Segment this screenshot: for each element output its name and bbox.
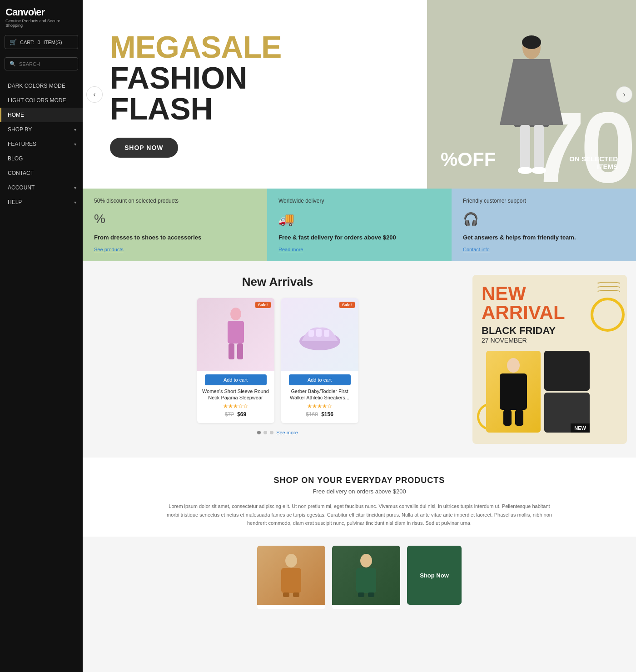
read-more-link[interactable]: Read more bbox=[278, 247, 440, 252]
big-circle-deco bbox=[591, 298, 625, 332]
promo-strip-support: Friendly customer support 🎧 Get answers … bbox=[452, 189, 636, 261]
hero-title-fashion: FASHION bbox=[110, 62, 247, 93]
svg-rect-21 bbox=[281, 568, 301, 593]
sidebar-nav: DARK COLORS MODE LIGHT COLORS MODE HOME … bbox=[0, 79, 83, 209]
sidebar: Canvo\er Genuine Products and Secure Sho… bbox=[0, 0, 83, 672]
search-box[interactable]: 🔍 bbox=[5, 57, 78, 70]
svg-rect-15 bbox=[324, 330, 329, 337]
new-badge: NEW bbox=[571, 423, 590, 433]
promo-title-2: Worldwide delivery bbox=[278, 198, 440, 204]
product-name-1: Women's Short Sleeve Round Neck Pajama S… bbox=[197, 388, 274, 401]
product-name-2: Gerber Baby/Toddler First Walker Athleti… bbox=[281, 388, 358, 401]
bottom-product-img-1 bbox=[257, 546, 325, 605]
bottom-product-figure-1 bbox=[273, 553, 309, 598]
shop-subtitle: Free delivery on orders above $200 bbox=[92, 488, 627, 495]
new-arrival-promo: NEW ARRIVAL BLACK FRIDAY 27 NOVEMBER bbox=[472, 275, 627, 444]
bottom-green-label: Shop Now bbox=[420, 572, 449, 579]
sidebar-item-light-colors[interactable]: LIGHT COLORS MODE bbox=[0, 93, 83, 108]
sidebar-item-contact[interactable]: CONTACT bbox=[0, 166, 83, 180]
svg-point-7 bbox=[532, 167, 546, 174]
promo-desc-3: Get answers & helps from friendly team. bbox=[463, 234, 625, 241]
product-image-shoe: Sale! bbox=[281, 298, 358, 371]
sidebar-item-home[interactable]: HOME bbox=[0, 108, 83, 122]
shoe-figure bbox=[295, 316, 345, 353]
svg-rect-10 bbox=[229, 343, 234, 359]
sidebar-item-account[interactable]: ACCOUNT ▾ bbox=[0, 180, 83, 195]
logo-subtitle: Genuine Products and Secure Shopping bbox=[5, 19, 77, 28]
shop-heading: SHOP ON YOUR EVERYDAY PRODUCTS bbox=[92, 476, 627, 485]
bottom-product-2 bbox=[332, 546, 400, 609]
promo-desc-1: From dresses to shoes to accessories bbox=[94, 234, 256, 241]
na-photo-dark-bottom: NEW bbox=[544, 393, 590, 433]
na-person-figure bbox=[495, 355, 532, 428]
na-photo-yellow bbox=[486, 351, 541, 433]
sidebar-item-blog[interactable]: BLOG bbox=[0, 151, 83, 166]
svg-rect-27 bbox=[368, 592, 374, 597]
hero-on-selected: ON SELECTED ITEMS bbox=[569, 155, 618, 170]
na-photo-dark-top bbox=[544, 351, 590, 391]
shop-everyday-section: SHOP ON YOUR EVERYDAY PRODUCTS Free deli… bbox=[83, 458, 636, 537]
new-arrivals-panel: New Arrivals Sale! Add to cart Wome bbox=[92, 275, 463, 444]
headphones-icon: 🎧 bbox=[463, 212, 625, 227]
delivery-icon: 🚚 bbox=[278, 212, 440, 227]
logo-text: Canvo\er bbox=[5, 6, 77, 18]
sale-badge-1: Sale! bbox=[255, 302, 271, 308]
bottom-green-button[interactable]: Shop Now bbox=[407, 546, 462, 605]
hero-next-button[interactable]: › bbox=[616, 86, 632, 103]
chevron-down-icon: ▾ bbox=[74, 185, 76, 190]
svg-rect-26 bbox=[358, 592, 364, 597]
svg-rect-18 bbox=[503, 410, 512, 426]
product-stars-2: ★★★★☆ bbox=[281, 403, 358, 409]
search-input[interactable] bbox=[19, 61, 65, 67]
promo-title-1: 50% discount on selected products bbox=[94, 198, 256, 204]
sale-badge-2: Sale! bbox=[339, 302, 355, 308]
hero-prev-button[interactable]: ‹ bbox=[86, 86, 103, 103]
shop-now-button[interactable]: SHOP NOW bbox=[110, 138, 178, 158]
hero-banner: ‹ MEGASALE FASHION FLASH SHOP NOW › 70 bbox=[83, 0, 636, 189]
svg-marker-3 bbox=[500, 59, 563, 125]
sidebar-item-shop-by[interactable]: SHOP BY ▾ bbox=[0, 122, 83, 137]
sidebar-item-features[interactable]: FEATURES ▾ bbox=[0, 137, 83, 151]
sidebar-item-help[interactable]: HELP ▾ bbox=[0, 195, 83, 209]
cart-label: CART: bbox=[20, 40, 35, 45]
percent-icon: % bbox=[94, 212, 256, 226]
add-to-cart-button-2[interactable]: Add to cart bbox=[289, 374, 351, 385]
svg-rect-5 bbox=[534, 125, 544, 170]
promo-strip-delivery: Worldwide delivery 🚚 Free & fast deliver… bbox=[267, 189, 452, 261]
svg-rect-13 bbox=[308, 330, 314, 337]
sidebar-item-dark-colors[interactable]: DARK COLORS MODE bbox=[0, 79, 83, 93]
logo[interactable]: Canvo\er Genuine Products and Secure Sho… bbox=[0, 0, 83, 30]
search-icon: 🔍 bbox=[10, 61, 16, 67]
hero-right: › 70 %OFF bbox=[427, 0, 636, 189]
chevron-down-icon: ▾ bbox=[74, 127, 76, 132]
svg-point-1 bbox=[522, 35, 541, 49]
carousel-dot-1[interactable] bbox=[257, 431, 261, 434]
promo-title-3: Friendly customer support bbox=[463, 198, 625, 204]
svg-rect-22 bbox=[283, 592, 289, 597]
carousel-dot-3[interactable] bbox=[270, 431, 273, 434]
wavy-deco bbox=[597, 282, 620, 293]
shop-description: Lorem ipsum dolor sit amet, consectetur … bbox=[166, 502, 552, 528]
carousel-dots: See more bbox=[92, 430, 463, 435]
cart-unit: ITEM(S) bbox=[44, 40, 62, 45]
pajama-figure bbox=[218, 305, 254, 364]
new-arrivals-title: New Arrivals bbox=[92, 275, 463, 289]
carousel-dot-2[interactable] bbox=[263, 431, 267, 434]
svg-rect-25 bbox=[356, 568, 376, 593]
svg-point-6 bbox=[518, 167, 532, 174]
chevron-down-icon: ▾ bbox=[74, 142, 76, 147]
bottom-product-img-2 bbox=[332, 546, 400, 605]
hero-left: ‹ MEGASALE FASHION FLASH SHOP NOW bbox=[83, 0, 427, 189]
svg-point-20 bbox=[285, 554, 297, 567]
bottom-product-1 bbox=[257, 546, 325, 609]
product-price-1: $72 $69 bbox=[197, 411, 274, 418]
see-products-link[interactable]: See products bbox=[94, 247, 256, 252]
see-more-link[interactable]: See more bbox=[276, 430, 298, 435]
hero-title-flash: FLASH bbox=[110, 93, 213, 124]
hero-title-megasale: MEGASALE bbox=[110, 31, 281, 62]
svg-rect-14 bbox=[316, 329, 322, 337]
add-to-cart-button-1[interactable]: Add to cart bbox=[205, 374, 267, 385]
contact-info-link[interactable]: Contact info bbox=[463, 247, 625, 252]
cart-box[interactable]: 🛒 CART: 0 ITEM(S) bbox=[5, 35, 78, 49]
main-content: ‹ MEGASALE FASHION FLASH SHOP NOW › 70 bbox=[83, 0, 636, 672]
